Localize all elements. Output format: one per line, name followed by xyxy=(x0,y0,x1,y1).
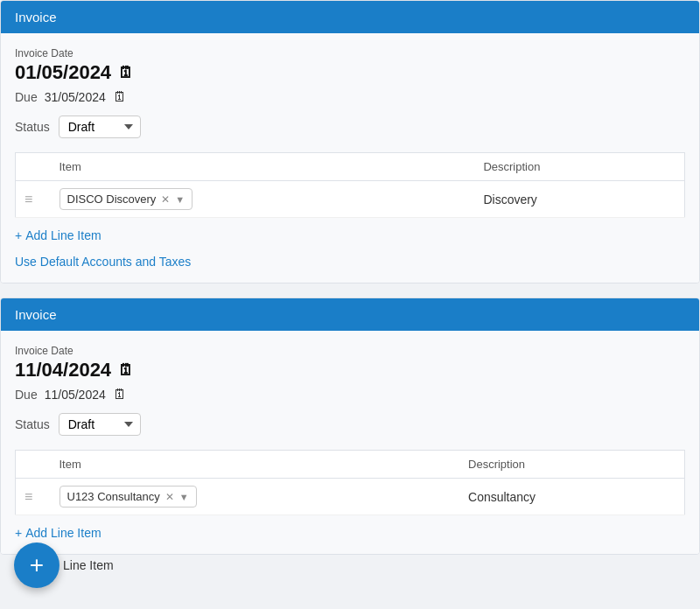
chip-chevron-icon-1[interactable]: ▼ xyxy=(175,194,185,205)
use-default-text-1: Use Default Accounts and Taxes xyxy=(15,255,191,269)
invoice-title-1: Invoice xyxy=(15,10,57,24)
col-item-header-1: Item xyxy=(51,153,475,181)
status-row-2: Status Draft Sent Paid Overdue xyxy=(15,413,685,436)
fab-button[interactable]: + xyxy=(14,542,60,588)
due-label-1: Due xyxy=(15,90,38,104)
drag-handle-icon-2[interactable]: ≡ xyxy=(24,489,36,504)
chip-close-icon-2[interactable]: ✕ xyxy=(165,491,174,503)
due-label-2: Due xyxy=(15,388,38,402)
due-date-2: 11/05/2024 xyxy=(45,388,106,402)
invoice-date-value-1: 01/05/2024 🗓 xyxy=(15,61,685,84)
col-desc-header-2: Description xyxy=(459,451,684,479)
invoice-date-label-1: Invoice Date xyxy=(15,47,685,60)
add-line-item-link-1[interactable]: + Add Line Item xyxy=(15,228,102,242)
use-default-accounts-link-1[interactable]: Use Default Accounts and Taxes xyxy=(15,255,191,269)
calendar-icon-1[interactable]: 🗓 xyxy=(118,64,134,82)
item-chip-text-1: DISCO Discovery xyxy=(67,192,157,206)
due-row-2: Due 11/05/2024 🗓 xyxy=(15,387,685,402)
add-line-item-text-1: Add Line Item xyxy=(25,228,101,242)
invoice-date-text-1: 01/05/2024 xyxy=(15,61,111,84)
item-chip-1[interactable]: DISCO Discovery ✕ ▼ xyxy=(60,188,193,210)
drag-handle-icon-1[interactable]: ≡ xyxy=(24,192,36,206)
item-chip-2[interactable]: U123 Consultancy ✕ ▼ xyxy=(60,486,197,508)
invoice-date-value-2: 11/04/2024 🗓 xyxy=(15,359,685,382)
add-line-item-text-2: Add Line Item xyxy=(25,526,101,540)
item-chip-text-2: U123 Consultancy xyxy=(67,490,160,503)
chip-close-icon-1[interactable]: ✕ xyxy=(161,193,170,206)
line-item-label: Line Item xyxy=(63,542,114,588)
line-item-text: Line Item xyxy=(63,558,114,572)
due-calendar-icon-2[interactable]: 🗓 xyxy=(113,387,127,402)
add-line-item-link-2[interactable]: + Add Line Item xyxy=(15,526,102,540)
invoice-header-2: Invoice xyxy=(1,298,699,331)
chip-chevron-icon-2[interactable]: ▼ xyxy=(179,492,189,502)
items-table-1: Item Description ≡ DISCO Discovery ✕ ▼ xyxy=(15,152,685,218)
item-cell-1: DISCO Discovery ✕ ▼ xyxy=(51,181,475,218)
drag-handle-cell-2: ≡ xyxy=(16,479,51,515)
invoice-title-2: Invoice xyxy=(15,307,57,322)
invoice-date-text-2: 11/04/2024 xyxy=(15,359,111,382)
items-table-2: Item Description ≡ U123 Consultancy ✕ ▼ xyxy=(15,450,685,515)
description-cell-2: Consultancy xyxy=(459,479,684,515)
status-label-1: Status xyxy=(15,120,50,134)
invoice-header-1: Invoice xyxy=(1,1,699,33)
plus-icon-1: + xyxy=(15,228,22,242)
table-row: ≡ U123 Consultancy ✕ ▼ Consultancy xyxy=(16,479,685,515)
drag-handle-cell-1: ≡ xyxy=(16,181,51,218)
description-cell-1: Discovery xyxy=(474,181,684,218)
table-row: ≡ DISCO Discovery ✕ ▼ Discovery xyxy=(16,181,685,218)
due-calendar-icon-1[interactable]: 🗓 xyxy=(113,89,127,105)
due-row-1: Due 31/05/2024 🗓 xyxy=(15,89,685,105)
invoice-card-2: Invoice Invoice Date 11/04/2024 🗓 Due 11… xyxy=(0,298,700,555)
status-label-2: Status xyxy=(15,417,50,431)
status-select-2[interactable]: Draft Sent Paid Overdue xyxy=(59,413,141,436)
item-cell-2: U123 Consultancy ✕ ▼ xyxy=(51,479,460,515)
col-desc-header-1: Description xyxy=(474,153,684,181)
col-drag-1 xyxy=(16,153,51,181)
status-row-1: Status Draft Sent Paid Overdue xyxy=(15,116,685,138)
plus-icon-2: + xyxy=(15,526,22,540)
invoice-body-2: Invoice Date 11/04/2024 🗓 Due 11/05/2024… xyxy=(1,331,699,554)
invoice-body-1: Invoice Date 01/05/2024 🗓 Due 31/05/2024… xyxy=(1,33,699,283)
due-date-1: 31/05/2024 xyxy=(45,90,106,104)
fab-plus-icon: + xyxy=(30,551,44,579)
col-drag-2 xyxy=(16,451,51,479)
col-item-header-2: Item xyxy=(51,451,460,479)
status-select-1[interactable]: Draft Sent Paid Overdue xyxy=(59,116,141,138)
invoice-card-1: Invoice Invoice Date 01/05/2024 🗓 Due 31… xyxy=(0,0,700,284)
calendar-icon-2[interactable]: 🗓 xyxy=(118,361,134,380)
invoice-date-label-2: Invoice Date xyxy=(15,345,685,357)
